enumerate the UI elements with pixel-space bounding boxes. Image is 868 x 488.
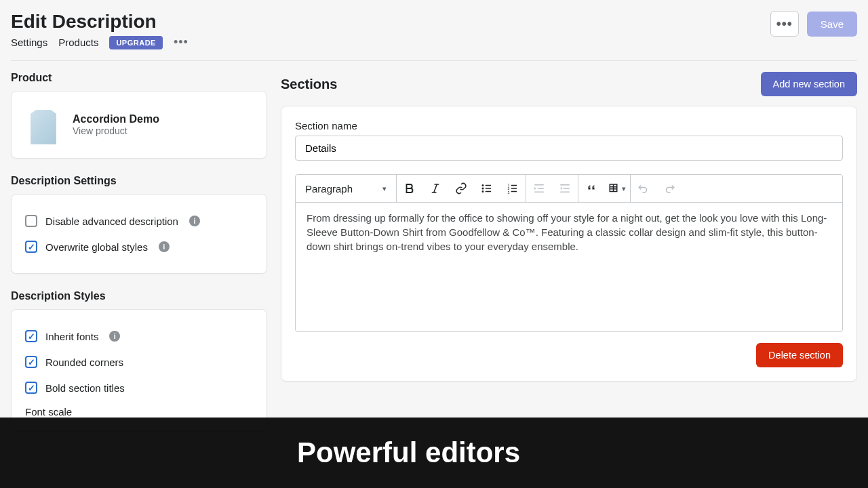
breadcrumb: Settings Products UPGRADE ••• <box>11 35 189 49</box>
more-menu-icon[interactable]: ••• <box>174 35 189 49</box>
description-styles-heading: Description Styles <box>11 290 267 302</box>
inherit-fonts-label: Inherit fonts <box>45 331 98 342</box>
editor-toolbar: Paragraph ▾ 123 <box>296 175 842 203</box>
overwrite-styles-label: Overwrite global styles <box>45 241 148 253</box>
svg-point-4 <box>482 188 484 189</box>
bold-titles-label: Bold section titles <box>45 382 125 394</box>
italic-button[interactable] <box>422 175 448 202</box>
rounded-corners-label: Rounded corners <box>45 357 123 368</box>
more-actions-button[interactable]: ••• <box>770 11 799 37</box>
banner-text: Powerful editors <box>297 436 520 469</box>
delete-section-button[interactable]: Delete section <box>756 343 843 367</box>
link-button[interactable] <box>448 175 474 202</box>
description-settings-card: Disable advanced description i Overwrite… <box>11 194 267 274</box>
inherit-fonts-checkbox[interactable] <box>25 330 37 342</box>
svg-text:3: 3 <box>508 190 510 195</box>
product-heading: Product <box>11 72 267 84</box>
save-button[interactable]: Save <box>807 12 857 37</box>
outdent-button[interactable] <box>552 175 578 202</box>
svg-point-3 <box>482 185 484 186</box>
product-card[interactable]: Accordion Demo View product <box>11 91 267 159</box>
description-styles-card: Inherit fonts i Rounded corners Bold sec… <box>11 309 267 432</box>
disable-advanced-label: Disable advanced description <box>45 216 178 227</box>
section-name-label: Section name <box>295 120 843 131</box>
view-product-link[interactable]: View product <box>73 125 159 136</box>
font-scale-label: Font scale <box>25 401 253 418</box>
add-section-button[interactable]: Add new section <box>761 72 857 96</box>
svg-point-5 <box>482 191 484 192</box>
redo-button[interactable] <box>656 175 682 202</box>
bullet-list-button[interactable] <box>474 175 500 202</box>
info-icon[interactable]: i <box>159 241 170 252</box>
svg-line-2 <box>434 184 437 192</box>
format-value: Paragraph <box>305 183 353 195</box>
section-card: Section name Paragraph ▾ <box>281 106 857 382</box>
overwrite-styles-checkbox[interactable] <box>25 241 37 253</box>
numbered-list-button[interactable]: 123 <box>500 175 526 202</box>
quote-button[interactable] <box>578 175 604 202</box>
indent-button[interactable] <box>526 175 552 202</box>
description-settings-heading: Description Settings <box>11 175 267 187</box>
product-name: Accordion Demo <box>73 113 159 125</box>
disable-advanced-checkbox[interactable] <box>25 215 37 227</box>
sections-title: Sections <box>281 77 337 92</box>
info-icon[interactable]: i <box>109 331 120 342</box>
editor-content[interactable]: From dressing up formally for the office… <box>296 203 842 331</box>
chevron-down-icon: ▾ <box>382 184 387 193</box>
table-button[interactable]: ▾ <box>604 175 630 202</box>
promo-banner: Powerful editors <box>0 418 868 488</box>
rounded-corners-checkbox[interactable] <box>25 356 37 368</box>
breadcrumb-products[interactable]: Products <box>58 37 98 48</box>
page-header: Edit Description Settings Products UPGRA… <box>11 11 857 61</box>
format-selector[interactable]: Paragraph ▾ <box>296 175 396 202</box>
rich-text-editor: Paragraph ▾ 123 <box>295 174 843 332</box>
bold-titles-checkbox[interactable] <box>25 382 37 394</box>
breadcrumb-settings[interactable]: Settings <box>11 37 47 48</box>
undo-button[interactable] <box>631 175 656 202</box>
section-name-input[interactable] <box>295 136 843 161</box>
product-thumbnail <box>25 105 62 144</box>
bold-button[interactable] <box>397 175 422 202</box>
page-title: Edit Description <box>11 11 189 33</box>
info-icon[interactable]: i <box>189 216 200 226</box>
upgrade-badge[interactable]: UPGRADE <box>109 36 163 49</box>
